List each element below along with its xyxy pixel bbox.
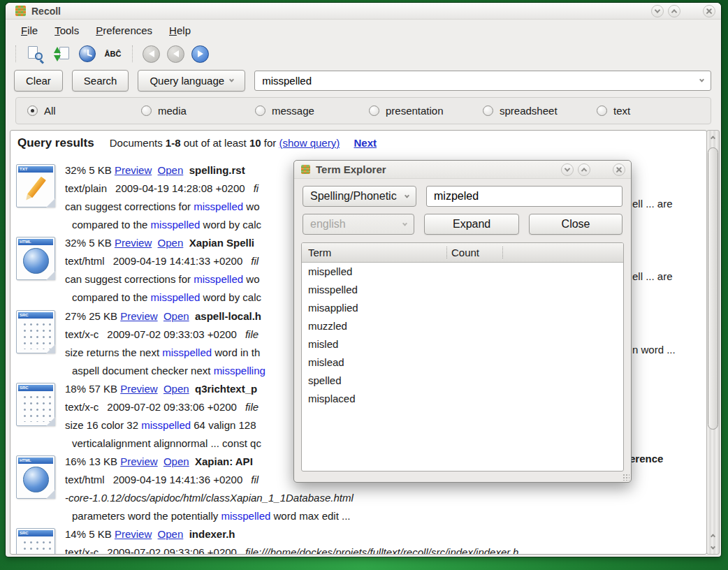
term-list-item[interactable]: misled: [302, 335, 623, 353]
chevron-down-icon: [229, 77, 234, 82]
toolbar-separator: [15, 45, 16, 62]
dialog-close-button[interactable]: [613, 163, 625, 176]
query-language-dropdown[interactable]: Query language: [138, 70, 245, 92]
first-page-icon[interactable]: [143, 45, 160, 63]
result-total: 10: [249, 137, 261, 149]
globe-icon: [23, 467, 49, 492]
search-input[interactable]: [255, 75, 700, 87]
radio-presentation[interactable]: [369, 105, 379, 116]
result-filename: aspell-local.h: [195, 310, 261, 322]
chevron-up-icon: [581, 168, 587, 173]
open-link[interactable]: Open: [158, 528, 184, 540]
filter-presentation[interactable]: presentation: [369, 105, 483, 117]
filter-message[interactable]: message: [255, 105, 369, 117]
open-link[interactable]: Open: [158, 237, 184, 249]
preview-link[interactable]: Preview: [115, 528, 152, 540]
term-explorer-icon[interactable]: ÅBĈ: [103, 45, 122, 64]
dialog-minimize-button[interactable]: [561, 163, 574, 176]
term-list-item[interactable]: misapplied: [302, 299, 623, 317]
chevron-up-icon: [711, 534, 715, 539]
menu-help[interactable]: Help: [169, 24, 191, 36]
term-list-item[interactable]: misspelled: [302, 281, 623, 299]
chevron-down-icon: [655, 7, 660, 13]
filter-spreadsheet[interactable]: spreadsheet: [483, 105, 597, 117]
scroll-down-button[interactable]: [707, 541, 719, 554]
term-list-item[interactable]: misplaced: [302, 390, 623, 408]
snippet-fragment: ell ... are: [632, 198, 673, 210]
results-scrollbar[interactable]: [706, 130, 720, 555]
count-column-header[interactable]: Count: [446, 247, 502, 258]
update-index-icon[interactable]: [52, 45, 71, 64]
chevron-down-icon[interactable]: [699, 77, 704, 82]
clear-button[interactable]: Clear: [14, 70, 63, 92]
filter-media[interactable]: media: [141, 105, 255, 117]
preview-link[interactable]: Preview: [115, 237, 152, 249]
filter-text[interactable]: text: [597, 105, 711, 117]
term-list-item[interactable]: mislead: [302, 353, 623, 372]
chevron-down-icon: [402, 221, 407, 226]
term-list-header[interactable]: Term Count: [302, 243, 623, 263]
expand-button[interactable]: Expand: [424, 214, 519, 235]
menubar: File Tools Preferences Help: [6, 20, 721, 41]
advanced-search-icon[interactable]: [26, 45, 45, 64]
highlighted-term: misspelled: [141, 419, 191, 431]
term-list-item[interactable]: muzzled: [302, 317, 623, 335]
term-explorer-dialog: Term Explorer Spelling/Phonetic english …: [293, 160, 632, 483]
menu-tools[interactable]: Tools: [54, 24, 79, 36]
filter-all[interactable]: All: [27, 105, 141, 117]
preview-link[interactable]: Preview: [120, 310, 157, 322]
src-file-icon: SRC: [16, 310, 55, 353]
search-row: Clear Search Query language: [6, 66, 721, 94]
dialog-titlebar[interactable]: Term Explorer: [294, 161, 631, 179]
radio-media[interactable]: [141, 105, 152, 116]
preview-link[interactable]: Preview: [115, 164, 152, 176]
dialog-maximize-button[interactable]: [578, 163, 590, 176]
scroll-up-button[interactable]: [707, 131, 719, 143]
html-file-icon: HTML: [16, 237, 55, 280]
chevron-up-icon: [711, 136, 715, 140]
language-dropdown[interactable]: english: [303, 214, 414, 235]
open-link[interactable]: Open: [163, 310, 189, 322]
term-input[interactable]: [426, 186, 623, 207]
expansion-mode-dropdown[interactable]: Spelling/Phonetic: [303, 186, 416, 207]
highlighted-term: misspelling: [214, 365, 265, 377]
term-column-header[interactable]: Term: [302, 247, 446, 258]
term-list-item[interactable]: spelled: [302, 372, 623, 390]
preview-link[interactable]: Preview: [120, 383, 157, 395]
result-range: 1-8: [166, 137, 181, 149]
minimize-button[interactable]: [651, 5, 664, 17]
radio-spreadsheet[interactable]: [483, 105, 493, 116]
search-button[interactable]: Search: [72, 70, 129, 92]
term-list-item[interactable]: mispelled: [302, 263, 623, 281]
radio-all[interactable]: [27, 105, 38, 116]
next-page-icon[interactable]: [191, 45, 209, 63]
titlebar[interactable]: Recoll: [6, 3, 721, 20]
previous-page-icon[interactable]: [167, 45, 184, 63]
maximize-button[interactable]: [668, 5, 680, 17]
term-list: Term Count mispelled misspelled misappli…: [301, 242, 624, 472]
scrollbar-thumb[interactable]: [708, 147, 718, 430]
open-link[interactable]: Open: [158, 164, 184, 176]
close-button[interactable]: [703, 5, 715, 17]
src-file-icon: SRC: [16, 528, 55, 555]
radio-text[interactable]: [597, 105, 607, 116]
radio-message[interactable]: [255, 105, 265, 116]
menu-file[interactable]: File: [21, 24, 38, 36]
menu-preferences[interactable]: Preferences: [96, 24, 152, 36]
next-link[interactable]: Next: [354, 137, 377, 149]
toolbar-separator: [132, 45, 133, 62]
resize-grip[interactable]: [623, 474, 629, 481]
window-title: Recoll: [31, 6, 61, 17]
open-link[interactable]: Open: [163, 383, 189, 395]
toolbar: ÅBĈ: [6, 41, 721, 66]
highlighted-term: misspelled: [221, 510, 270, 522]
html-file-icon: HTML: [16, 455, 55, 499]
show-query-link[interactable]: (show query): [279, 137, 340, 149]
chevron-down-icon: [711, 544, 715, 549]
search-combo[interactable]: [254, 71, 711, 91]
preview-link[interactable]: Preview: [120, 455, 157, 467]
open-link[interactable]: Open: [163, 455, 189, 467]
close-dialog-button[interactable]: Close: [529, 214, 623, 235]
history-icon[interactable]: [78, 45, 96, 64]
scroll-up-button[interactable]: [707, 529, 719, 541]
